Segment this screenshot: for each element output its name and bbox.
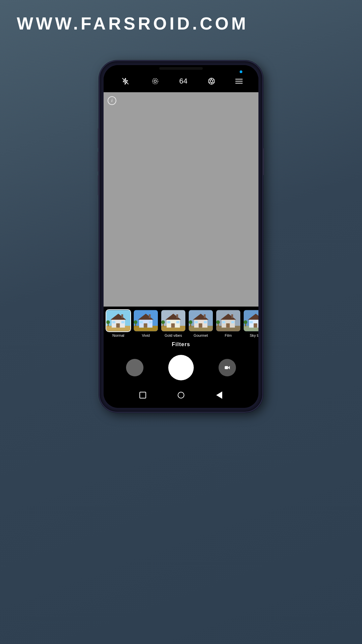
svg-rect-27 bbox=[149, 321, 152, 323]
filter-label-gold-vibes: Gold vibes bbox=[165, 333, 182, 337]
svg-point-4 bbox=[208, 78, 215, 84]
filter-thumb-film bbox=[216, 309, 241, 332]
svg-point-50 bbox=[189, 320, 192, 324]
svg-rect-18 bbox=[121, 314, 123, 318]
aperture-icon[interactable] bbox=[205, 75, 218, 87]
filter-strip: Normal Vivid bbox=[104, 307, 258, 339]
svg-point-2 bbox=[153, 78, 158, 84]
shutter-area bbox=[104, 350, 258, 386]
svg-point-60 bbox=[216, 320, 220, 324]
svg-rect-38 bbox=[176, 314, 178, 318]
svg-point-40 bbox=[161, 320, 165, 324]
svg-rect-66 bbox=[250, 321, 253, 323]
watermark: WWW.FARSROID.COM bbox=[0, 0, 362, 40]
svg-rect-56 bbox=[222, 321, 225, 323]
svg-rect-28 bbox=[149, 314, 150, 318]
svg-rect-55 bbox=[226, 323, 230, 328]
svg-rect-59 bbox=[218, 324, 219, 326]
phone-screen: 64 bbox=[104, 65, 258, 408]
svg-rect-37 bbox=[176, 321, 179, 323]
svg-rect-16 bbox=[112, 321, 115, 323]
camera-viewfinder[interactable]: i bbox=[104, 92, 258, 307]
filter-item-vivid[interactable]: Vivid bbox=[133, 309, 159, 337]
svg-rect-57 bbox=[231, 321, 234, 323]
filter-thumb-vivid bbox=[133, 309, 159, 332]
filter-label-film: Film bbox=[225, 333, 232, 337]
svg-rect-29 bbox=[135, 324, 136, 326]
nav-bar bbox=[104, 386, 258, 408]
shutter-button[interactable] bbox=[168, 355, 194, 380]
svg-rect-25 bbox=[144, 323, 147, 328]
svg-marker-72 bbox=[228, 366, 230, 370]
zoom-value: 64 bbox=[179, 77, 187, 86]
svg-rect-48 bbox=[204, 314, 205, 318]
svg-point-20 bbox=[106, 320, 110, 324]
svg-rect-58 bbox=[231, 314, 233, 318]
svg-rect-45 bbox=[199, 323, 202, 328]
filter-item-gold-vibes[interactable]: Gold vibes bbox=[161, 309, 186, 337]
svg-rect-39 bbox=[163, 324, 164, 326]
filter-thumb-sky-blue bbox=[243, 309, 258, 332]
flash-icon[interactable] bbox=[119, 75, 131, 87]
info-icon[interactable]: i bbox=[108, 96, 116, 105]
svg-point-1 bbox=[154, 80, 157, 82]
menu-icon[interactable] bbox=[235, 79, 243, 84]
svg-point-3 bbox=[210, 80, 213, 83]
filter-item-gourmet[interactable]: Gourmet bbox=[188, 309, 214, 337]
filters-label-bar: Filters bbox=[104, 339, 258, 350]
filter-thumb-normal bbox=[106, 309, 131, 332]
phone-shell: 64 bbox=[99, 60, 263, 413]
svg-rect-46 bbox=[195, 321, 198, 323]
svg-rect-19 bbox=[108, 324, 109, 326]
svg-rect-36 bbox=[167, 321, 170, 323]
svg-rect-49 bbox=[190, 324, 191, 326]
svg-rect-65 bbox=[254, 323, 257, 328]
svg-rect-47 bbox=[204, 321, 207, 323]
svg-rect-15 bbox=[116, 323, 120, 328]
filter-thumb-gold-vibes bbox=[161, 309, 186, 332]
filter-label-gourmet: Gourmet bbox=[194, 333, 208, 337]
filters-label: Filters bbox=[172, 341, 190, 347]
phone-led bbox=[240, 70, 242, 73]
svg-rect-35 bbox=[171, 323, 175, 328]
phone-device: 64 bbox=[99, 60, 263, 413]
phone-notch bbox=[159, 67, 203, 70]
back-button[interactable] bbox=[214, 390, 225, 400]
svg-rect-17 bbox=[121, 321, 124, 323]
filter-label-sky-blue: Sky blu bbox=[250, 333, 258, 337]
filter-label-normal: Normal bbox=[112, 333, 124, 337]
home-button[interactable] bbox=[176, 390, 186, 400]
filter-item-normal[interactable]: Normal bbox=[106, 309, 131, 337]
svg-point-70 bbox=[244, 320, 247, 324]
svg-rect-69 bbox=[245, 324, 246, 326]
gallery-thumbnail[interactable] bbox=[126, 359, 143, 376]
svg-rect-71 bbox=[225, 366, 228, 369]
filter-item-sky-blue[interactable]: Sky blu bbox=[243, 309, 258, 337]
focus-icon[interactable] bbox=[149, 75, 161, 87]
recent-apps-button[interactable] bbox=[137, 390, 148, 400]
svg-rect-26 bbox=[140, 321, 143, 323]
svg-point-30 bbox=[134, 320, 137, 324]
filter-thumb-gourmet bbox=[188, 309, 214, 332]
filter-label-vivid: Vivid bbox=[142, 333, 150, 337]
video-button[interactable] bbox=[219, 359, 236, 376]
filter-item-film[interactable]: Film bbox=[216, 309, 241, 337]
